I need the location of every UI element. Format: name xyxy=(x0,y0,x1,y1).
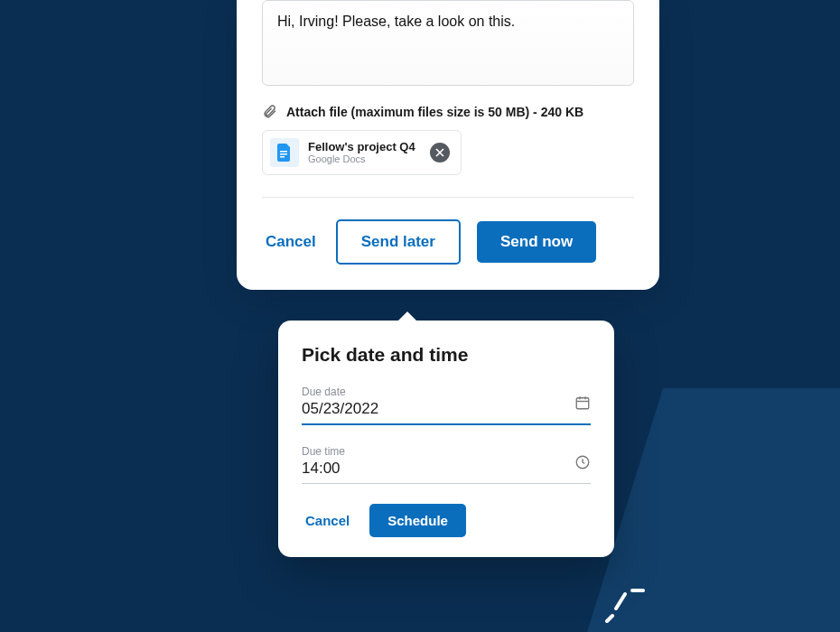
popover-title: Pick date and time xyxy=(302,344,591,366)
popover-actions: Cancel Schedule xyxy=(302,504,591,537)
message-text: Hi, Irving! Please, take a look on this. xyxy=(277,14,515,29)
close-icon xyxy=(435,148,444,157)
remove-file-button[interactable] xyxy=(430,143,450,163)
paperclip-icon xyxy=(262,104,277,119)
send-now-button[interactable]: Send now xyxy=(477,221,596,263)
google-doc-icon xyxy=(270,138,299,167)
compose-actions: Cancel Send later Send now xyxy=(262,219,634,265)
calendar-icon[interactable] xyxy=(574,395,591,414)
due-time-label: Due time xyxy=(302,445,345,458)
clock-icon[interactable] xyxy=(574,454,591,474)
svg-rect-1 xyxy=(280,153,287,155)
compose-card: Hi, Irving! Please, take a look on this.… xyxy=(237,0,659,290)
due-date-field[interactable]: Due date 05/23/2022 xyxy=(302,386,591,425)
file-meta: Fellow's project Q4 Google Docs xyxy=(308,140,415,166)
due-date-label: Due date xyxy=(302,386,378,398)
cursor-decoration-icon xyxy=(605,589,649,625)
cancel-button[interactable]: Cancel xyxy=(262,224,320,260)
svg-rect-0 xyxy=(280,151,287,153)
file-name: Fellow's project Q4 xyxy=(308,140,415,154)
divider xyxy=(262,197,634,198)
popover-cancel-button[interactable]: Cancel xyxy=(302,504,353,537)
svg-rect-2 xyxy=(280,156,285,158)
send-later-button[interactable]: Send later xyxy=(336,219,461,265)
schedule-button[interactable]: Schedule xyxy=(369,504,466,537)
file-type: Google Docs xyxy=(308,153,415,165)
svg-rect-3 xyxy=(576,398,589,409)
due-time-value: 14:00 xyxy=(302,460,345,478)
due-date-value: 05/23/2022 xyxy=(302,400,378,418)
attach-file-row[interactable]: Attach file (maximum files size is 50 MB… xyxy=(262,104,634,119)
message-textarea[interactable]: Hi, Irving! Please, take a look on this. xyxy=(262,0,634,86)
schedule-popover: Pick date and time Due date 05/23/2022 D… xyxy=(278,321,614,557)
attached-file-chip: Fellow's project Q4 Google Docs xyxy=(262,130,462,175)
attach-label: Attach file (maximum files size is 50 MB… xyxy=(286,105,583,119)
due-time-field[interactable]: Due time 14:00 xyxy=(302,445,591,484)
